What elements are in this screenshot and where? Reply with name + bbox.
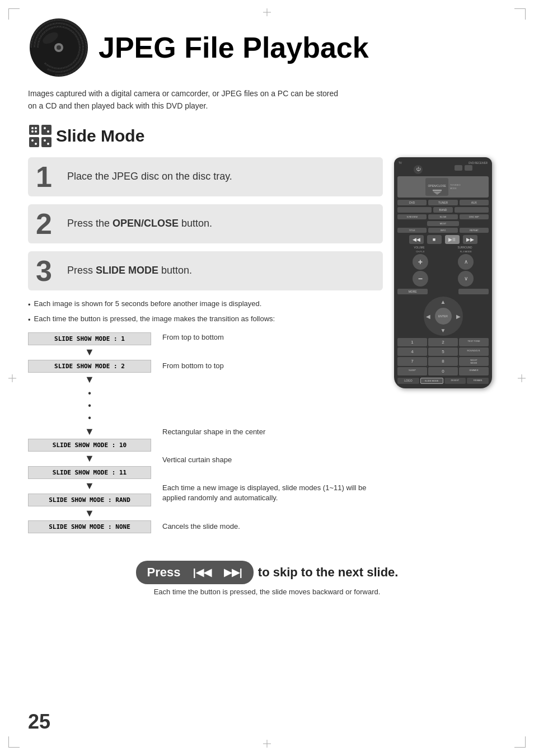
note-1: • Each image is shown for 5 seconds befo… <box>28 298 383 311</box>
repeat-btn[interactable]: REPEAT <box>460 228 489 233</box>
digest-btn[interactable]: DIGEST <box>444 378 466 384</box>
numpad: 1 2 TEST TONE 4 5 ROUND/D.R. 7 8 NIGHTMO… <box>397 338 489 375</box>
slow-btn[interactable]: SLOW <box>428 214 457 219</box>
tv-btn[interactable] <box>455 165 462 171</box>
transport-row: ◀◀ ■ ▶II ▶▶ <box>397 235 489 244</box>
page-container: 0101010101010101010101010101010101010101… <box>0 0 534 756</box>
stop-btn[interactable]: ■ <box>427 235 442 244</box>
info-btn[interactable]: INFO <box>428 228 457 233</box>
skip-rew-icon: |◀◀ <box>193 566 212 579</box>
slideshow-descriptions: From top to bottom From bottom to top Re… <box>162 332 383 549</box>
step-1-text: Place the JPEG disc on the disc tray. <box>67 171 232 182</box>
mode-box-1: SLIDE SHOW MODE : 1 <box>28 332 151 345</box>
tv-dvd-btns <box>455 165 472 174</box>
most-btn[interactable]: MOST <box>427 221 460 226</box>
more-btn[interactable]: MORE <box>397 289 428 294</box>
center-bottom <box>263 740 271 748</box>
num-6[interactable]: ROUND/D.R. <box>459 348 489 356</box>
corner-tr <box>514 8 526 20</box>
cd-icon: 0101010101010101010101010101010101010101… <box>28 17 90 78</box>
sleep-btn[interactable]: SLEEP <box>397 367 427 375</box>
skip-ff-icon: ▶▶| <box>224 566 242 579</box>
step-3-text: Press SLIDE MODE button. <box>67 265 192 276</box>
null-btn[interactable] <box>458 289 489 294</box>
step-2-text: Press the OPEN/CLOSE button. <box>67 218 212 229</box>
band-btn[interactable]: BAND <box>433 207 453 213</box>
surr-down-btn[interactable]: ∨ <box>458 271 474 287</box>
desc-10: Rectangular shape in the center <box>162 427 383 437</box>
surr-up-btn[interactable]: ∧ <box>458 254 474 270</box>
svg-point-20 <box>47 143 49 145</box>
tuner-btn[interactable]: TUNER <box>428 200 457 205</box>
nav-left[interactable]: ◀ <box>426 313 430 319</box>
num-7[interactable]: 7 <box>397 357 427 366</box>
remote-control: TV DVD RECEIVER ⏻ OPEN/CLOSE <box>394 157 492 388</box>
slide-mode-title: Slide Mode <box>56 126 144 145</box>
dimmer-btn[interactable]: DIMMER <box>459 367 489 375</box>
arrow-2b: ▼ <box>28 426 151 438</box>
skip-text: to skip to the next slide. <box>258 565 399 580</box>
nav-circle: ▲ ▼ ◀ ▶ ENTER <box>424 297 463 336</box>
rec-btn[interactable] <box>465 165 472 171</box>
center-right <box>518 374 526 382</box>
source-row: DVD TUNER AUX <box>397 200 489 205</box>
aux-btn[interactable]: AUX <box>460 200 489 205</box>
svg-point-11 <box>31 127 34 129</box>
num-0[interactable]: 0 <box>428 367 458 375</box>
skip-row: Press |◀◀ ▶▶| to skip to the next slide. <box>136 561 399 584</box>
dvd-source-btn[interactable]: DVD <box>397 200 427 205</box>
num-1[interactable]: 1 <box>397 338 427 346</box>
open-close-row: OPEN/CLOSE TV/VIDEO MODE <box>397 176 489 198</box>
svg-rect-8 <box>41 125 51 135</box>
desc-11: Vertical curtain shape <box>162 455 383 465</box>
nav-right[interactable]: ▶ <box>456 313 461 319</box>
fl-ii-label: FL.II MODE <box>460 250 472 253</box>
desc-1: From top to bottom <box>162 332 383 342</box>
step-3-number: 3 <box>36 256 52 285</box>
nav-down[interactable]: ▼ <box>441 327 446 334</box>
svg-point-19 <box>44 139 46 142</box>
rew-btn[interactable]: ◀◀ <box>409 235 424 244</box>
num-9[interactable]: NIGHTMODE <box>459 357 489 366</box>
mode-box-rand: SLIDE SHOW MODE : RAND <box>28 494 151 506</box>
page-number: 25 <box>28 710 50 734</box>
note-bullet-1: • <box>28 299 31 311</box>
step-1-box: 1 Place the JPEG disc on the disc tray. <box>28 157 383 196</box>
open-close-btn[interactable]: OPEN/CLOSE <box>425 178 448 196</box>
num-8[interactable]: 8 <box>428 357 458 366</box>
note-bullet-2: • <box>28 314 31 326</box>
disc-mp-btn[interactable] <box>455 207 489 213</box>
corner-br <box>514 736 526 748</box>
note-1-text: Each image is shown for 5 seconds before… <box>34 298 262 310</box>
mode-box-11: SLIDE SHOW MODE : 11 <box>28 466 151 479</box>
vol-down-btn[interactable]: − <box>413 271 428 287</box>
play-pause-btn[interactable]: ▶II <box>445 235 460 244</box>
desc-rand: Each time a new image is displayed, slid… <box>162 483 383 503</box>
arrow-5: ▼ <box>28 508 151 520</box>
skip-note: Each time the button is pressed, the sli… <box>154 588 381 596</box>
s-review-btn[interactable] <box>397 207 432 213</box>
num-3[interactable]: TEST TONE <box>459 338 489 346</box>
vol-labels: VOLUME SURROUND <box>397 246 489 249</box>
nav-up[interactable]: ▲ <box>441 299 446 305</box>
svg-point-16 <box>47 130 49 133</box>
logo-btn[interactable]: LOGO <box>397 378 419 384</box>
step-3-box: 3 Press SLIDE MODE button. <box>28 251 383 290</box>
num-4[interactable]: 4 <box>397 348 427 356</box>
slide-mode-btn[interactable]: SLIDE MODE <box>420 378 443 384</box>
ff-btn[interactable]: ▶▶ <box>463 235 477 244</box>
center-left <box>8 374 16 382</box>
title-btn[interactable]: TITLE <box>397 228 427 233</box>
s-review-label[interactable]: S.REVIEW <box>397 214 427 219</box>
remote-top-labels: TV DVD RECEIVER <box>397 162 489 165</box>
arrow-4: ▼ <box>28 480 151 492</box>
disc-mp-label[interactable]: DISC M/P <box>460 214 489 219</box>
num-5[interactable]: 5 <box>428 348 458 356</box>
enter-btn[interactable]: ENTER <box>435 308 452 325</box>
press-label: Press <box>147 565 181 580</box>
remain-btn[interactable]: REMAIN <box>467 378 489 384</box>
desc-none: Cancels the slide mode. <box>162 522 383 532</box>
num-2[interactable]: 2 <box>428 338 458 346</box>
vol-up-btn[interactable]: + <box>413 254 428 270</box>
page-title: JPEG File Playback <box>99 33 369 62</box>
